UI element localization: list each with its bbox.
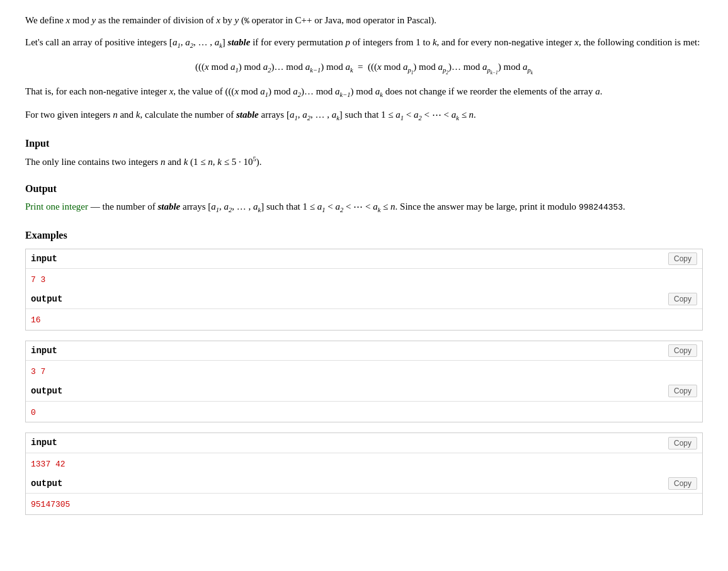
percent-op: %: [244, 16, 249, 26]
formula-display: (((x mod a1) mod a2)… mod ak−1) mod ak =…: [25, 59, 703, 77]
fortwo-paragraph: For two given integers n and k, calculat…: [25, 107, 703, 124]
var-k3: k: [184, 157, 188, 167]
example-1-output-label: output: [31, 292, 668, 306]
intro-paragraph: We define x mod y as the remainder of di…: [25, 13, 703, 28]
example-3-output-header: output Copy: [26, 474, 702, 494]
example-1-input-header: input Copy: [26, 249, 702, 269]
stable-def-paragraph: Let's call an array of positive integers…: [25, 35, 703, 52]
example-1-input-label: input: [31, 252, 668, 266]
input-desc: The only line contains two integers n an…: [25, 154, 703, 169]
stable-word3: stable: [157, 201, 180, 212]
example-3-input-header: input Copy: [26, 433, 702, 453]
var-n: n: [113, 110, 118, 120]
modulo-value: 998244353: [579, 203, 623, 212]
var-k: k: [433, 37, 437, 47]
example-3-input-value: 1337 42: [31, 460, 65, 469]
example-1-output-header: output Copy: [26, 290, 702, 309]
var-p: p: [346, 37, 351, 47]
var-a: a: [595, 86, 600, 96]
copy-button-3-input[interactable]: Copy: [668, 437, 697, 449]
example-1-input-value: 7 3: [31, 275, 45, 285]
mod-op: mod: [346, 16, 361, 26]
example-3-input-value-row: 1337 42: [26, 453, 702, 474]
copy-button-1-input[interactable]: Copy: [668, 252, 697, 265]
print-text: Print one integer: [25, 201, 88, 212]
var-x4: x: [169, 86, 174, 96]
var-x2: x: [216, 15, 220, 25]
example-2-output-value-row: 0: [26, 402, 702, 422]
problem-content: We define x mod y as the remainder of di…: [25, 13, 703, 515]
example-3-output-value-row: 95147305: [26, 494, 702, 514]
var-y2: y: [234, 15, 239, 25]
var-n2: n: [161, 157, 166, 167]
ak: ak: [215, 37, 222, 47]
var-x3: x: [574, 37, 579, 47]
example-1-output-value-row: 16: [26, 309, 702, 330]
example-2-output-header: output Copy: [26, 382, 702, 401]
copy-button-3-output[interactable]: Copy: [668, 477, 697, 490]
mod-keyword: mod: [72, 15, 91, 25]
output-desc: Print one integer — the number of stable…: [25, 199, 703, 216]
example-block-2: input Copy 3 7 output Copy 0: [25, 341, 703, 422]
example-1-input-value-row: 7 3: [26, 269, 702, 290]
example-2-input-header: input Copy: [26, 341, 702, 361]
examples-title: Examples: [25, 227, 703, 244]
a1: a1: [173, 37, 181, 47]
example-block-3: input Copy 1337 42 output Copy 95147305: [25, 432, 703, 514]
var-y: y: [91, 15, 96, 25]
formula-text: (((x mod a1) mod a2)… mod ak−1) mod ak =…: [195, 62, 533, 72]
example-2-output-label: output: [31, 384, 668, 398]
output-title: Output: [25, 181, 703, 197]
var-k2: k: [136, 110, 140, 120]
example-2-input-label: input: [31, 344, 668, 358]
example-2-input-value: 3 7: [31, 367, 45, 376]
example-3-output-label: output: [31, 477, 668, 490]
example-block-1: input Copy 7 3 output Copy 16: [25, 249, 703, 331]
example-1-output-value: 16: [31, 315, 41, 325]
stable-word2: stable: [236, 110, 259, 120]
a2: a2: [185, 37, 193, 47]
example-3-output-value: 95147305: [31, 500, 70, 509]
var-x: x: [66, 15, 71, 25]
example-2-input-value-row: 3 7: [26, 361, 702, 382]
copy-button-2-output[interactable]: Copy: [668, 385, 697, 397]
copy-button-1-output[interactable]: Copy: [668, 293, 697, 305]
input-title: Input: [25, 135, 703, 152]
stable-word: stable: [228, 37, 251, 47]
copy-button-2-input[interactable]: Copy: [668, 344, 697, 357]
example-2-output-value: 0: [31, 408, 36, 417]
thatis-paragraph: That is, for each non-negative integer x…: [25, 84, 703, 101]
example-3-input-label: input: [31, 436, 668, 449]
